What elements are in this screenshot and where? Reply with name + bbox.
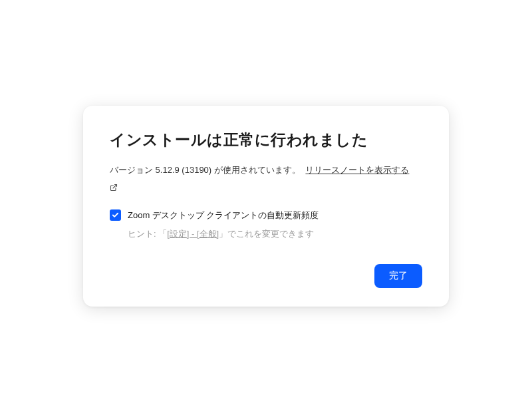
- svg-line-0: [113, 184, 117, 188]
- version-text: バージョン 5.12.9 (13190) が使用されています。: [110, 165, 301, 175]
- hint-prefix: ヒント: 「: [128, 229, 167, 239]
- auto-update-checkbox-row[interactable]: Zoom デスクトップ クライアントの自動更新頻度: [110, 209, 422, 221]
- release-notes-link[interactable]: リリースノートを表示する: [305, 165, 409, 175]
- install-success-dialog: インストールは正常に行われました バージョン 5.12.9 (13190) が使…: [83, 106, 449, 307]
- hint-line: ヒント: 「[設定] - [全般]」でこれを変更できます: [128, 228, 422, 240]
- dialog-title: インストールは正常に行われました: [110, 130, 422, 150]
- external-link-icon: [110, 181, 118, 196]
- done-button[interactable]: 完了: [374, 264, 422, 288]
- dialog-footer: 完了: [110, 264, 422, 288]
- settings-general-link[interactable]: [設定] - [全般]: [167, 229, 219, 239]
- checkbox-label: Zoom デスクトップ クライアントの自動更新頻度: [128, 209, 319, 221]
- checkbox-checked-icon: [110, 209, 121, 221]
- hint-suffix: 」でこれを変更できます: [219, 229, 314, 239]
- version-line: バージョン 5.12.9 (13190) が使用されています。 リリースノートを…: [110, 162, 422, 196]
